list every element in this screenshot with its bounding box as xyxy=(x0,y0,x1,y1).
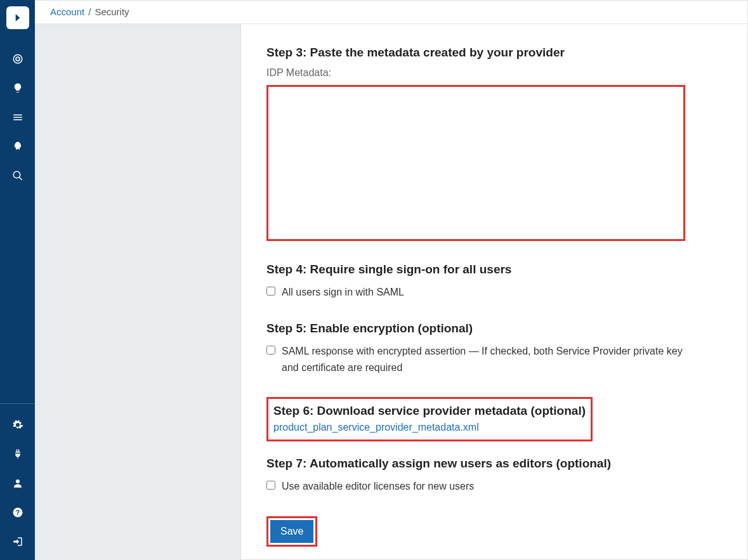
lightbulb-icon[interactable] xyxy=(0,74,35,103)
svg-text:?: ? xyxy=(15,509,19,516)
step6-highlight: Step 6: Download service provider metada… xyxy=(266,397,593,441)
step7-section: Step 7: Automatically assign new users a… xyxy=(266,457,722,495)
step4-title: Step 4: Require single sign-on for all u… xyxy=(266,263,722,277)
svg-line-4 xyxy=(19,177,22,180)
svg-point-2 xyxy=(17,58,18,60)
breadcrumb-separator: / xyxy=(88,6,91,17)
search-icon[interactable] xyxy=(0,161,35,190)
main-area: Account / Security Step 3: Paste the met… xyxy=(35,0,748,560)
gear-icon[interactable] xyxy=(0,410,35,440)
help-icon[interactable]: ? xyxy=(0,498,35,527)
sidebar-nav: ? xyxy=(0,0,35,560)
save-button[interactable]: Save xyxy=(270,520,313,543)
breadcrumb: Account / Security xyxy=(35,0,747,24)
step5-section: Step 5: Enable encryption (optional) SAM… xyxy=(266,322,722,375)
menu-icon[interactable] xyxy=(0,103,35,132)
security-form: Step 3: Paste the metadata created by yo… xyxy=(241,24,747,560)
step7-title: Step 7: Automatically assign new users a… xyxy=(266,457,722,471)
idp-metadata-label: IDP Metadata: xyxy=(266,67,722,79)
step5-title: Step 5: Enable encryption (optional) xyxy=(266,322,722,335)
auto-assign-editors-checkbox[interactable] xyxy=(266,481,275,490)
idp-metadata-textarea[interactable] xyxy=(266,85,685,241)
encryption-checkbox[interactable] xyxy=(266,346,275,355)
svg-point-3 xyxy=(13,171,20,178)
step3-section: Step 3: Paste the metadata created by yo… xyxy=(266,46,722,241)
sp-metadata-download-link[interactable]: product_plan_service_provider_metadata.x… xyxy=(273,422,479,433)
step6-title: Step 6: Download service provider metada… xyxy=(273,404,586,418)
breadcrumb-account-link[interactable]: Account xyxy=(50,6,84,17)
require-sso-label: All users sign in with SAML xyxy=(282,284,688,301)
app-logo[interactable] xyxy=(6,6,29,29)
step3-title: Step 3: Paste the metadata created by yo… xyxy=(266,46,722,60)
save-highlight: Save xyxy=(266,516,317,547)
require-sso-checkbox[interactable] xyxy=(266,287,275,296)
encryption-label: SAML response with encrypted assertion —… xyxy=(282,343,688,375)
plug-icon[interactable] xyxy=(0,440,35,469)
left-panel xyxy=(35,24,241,560)
svg-point-5 xyxy=(16,479,20,483)
logout-icon[interactable] xyxy=(0,527,35,556)
step4-section: Step 4: Require single sign-on for all u… xyxy=(266,263,722,301)
user-icon[interactable] xyxy=(0,469,35,498)
rocket-icon[interactable] xyxy=(0,132,35,161)
auto-assign-editors-label: Use available editor licenses for new us… xyxy=(282,478,688,495)
target-icon[interactable] xyxy=(0,44,35,74)
breadcrumb-current: Security xyxy=(95,6,129,17)
